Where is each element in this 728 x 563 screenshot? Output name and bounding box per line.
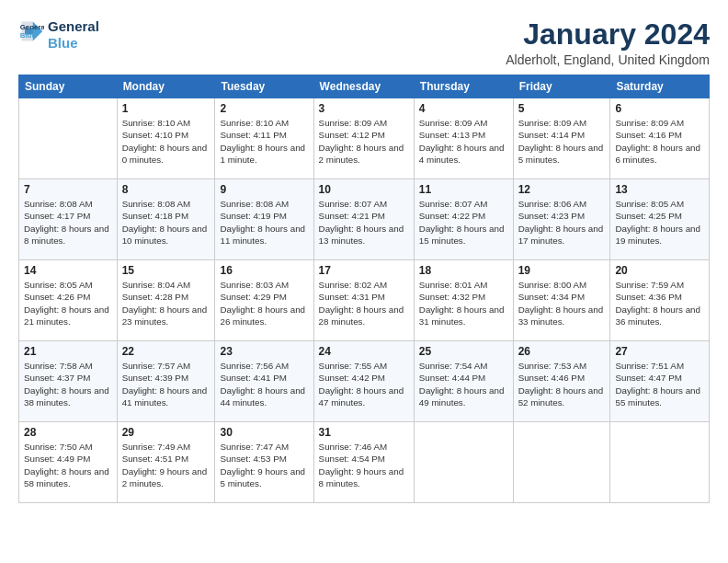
cell-sun-info: Sunrise: 8:08 AMSunset: 4:18 PMDaylight:…: [122, 198, 210, 247]
cell-date-number: 8: [122, 183, 210, 196]
cell-sun-info: Sunrise: 8:10 AMSunset: 4:11 PMDaylight:…: [220, 117, 308, 166]
calendar-week-row: 21Sunrise: 7:58 AMSunset: 4:37 PMDayligh…: [19, 341, 710, 422]
cell-date-number: 17: [319, 264, 409, 277]
calendar-cell: 18Sunrise: 8:01 AMSunset: 4:32 PMDayligh…: [414, 260, 513, 341]
cell-date-number: 25: [419, 345, 508, 358]
calendar-cell: 11Sunrise: 8:07 AMSunset: 4:22 PMDayligh…: [414, 179, 513, 260]
cell-date-number: 2: [220, 102, 308, 115]
cell-date-number: 26: [518, 345, 606, 358]
cell-sun-info: Sunrise: 7:50 AMSunset: 4:49 PMDaylight:…: [24, 441, 112, 489]
svg-text:General: General: [20, 23, 44, 31]
cell-sun-info: Sunrise: 7:59 AMSunset: 4:36 PMDaylight:…: [615, 279, 704, 327]
cell-date-number: 23: [220, 345, 308, 358]
calendar-cell: [513, 422, 610, 503]
cell-sun-info: Sunrise: 8:08 AMSunset: 4:17 PMDaylight:…: [24, 198, 112, 247]
cell-sun-info: Sunrise: 8:08 AMSunset: 4:19 PMDaylight:…: [220, 198, 308, 247]
cell-sun-info: Sunrise: 7:46 AMSunset: 4:54 PMDaylight:…: [319, 441, 409, 489]
calendar-cell: 30Sunrise: 7:47 AMSunset: 4:53 PMDayligh…: [215, 422, 313, 503]
cell-date-number: 14: [24, 264, 112, 277]
logo-general: General: [48, 18, 99, 35]
cell-sun-info: Sunrise: 8:00 AMSunset: 4:34 PMDaylight:…: [518, 279, 606, 327]
cell-date-number: 27: [615, 345, 704, 358]
cell-sun-info: Sunrise: 7:56 AMSunset: 4:41 PMDaylight:…: [220, 360, 308, 408]
cell-date-number: 19: [518, 264, 606, 277]
calendar-cell: [610, 422, 710, 503]
cell-sun-info: Sunrise: 8:01 AMSunset: 4:32 PMDaylight:…: [419, 279, 508, 327]
cell-date-number: 29: [122, 426, 210, 439]
cell-sun-info: Sunrise: 7:55 AMSunset: 4:42 PMDaylight:…: [319, 360, 409, 408]
calendar-cell: 27Sunrise: 7:51 AMSunset: 4:47 PMDayligh…: [610, 341, 710, 422]
calendar-cell: 14Sunrise: 8:05 AMSunset: 4:26 PMDayligh…: [19, 260, 118, 341]
cell-date-number: 11: [419, 183, 508, 196]
cell-sun-info: Sunrise: 7:53 AMSunset: 4:46 PMDaylight:…: [518, 360, 606, 408]
calendar-cell: 17Sunrise: 8:02 AMSunset: 4:31 PMDayligh…: [313, 260, 414, 341]
calendar-header-row: SundayMondayTuesdayWednesdayThursdayFrid…: [19, 75, 710, 98]
calendar-cell: 13Sunrise: 8:05 AMSunset: 4:25 PMDayligh…: [610, 179, 710, 260]
cell-sun-info: Sunrise: 8:03 AMSunset: 4:29 PMDaylight:…: [220, 279, 308, 327]
calendar-day-header: Saturday: [610, 75, 710, 98]
cell-sun-info: Sunrise: 8:07 AMSunset: 4:21 PMDaylight:…: [319, 198, 409, 247]
calendar-day-header: Tuesday: [215, 75, 313, 98]
cell-sun-info: Sunrise: 8:05 AMSunset: 4:26 PMDaylight:…: [24, 279, 112, 327]
calendar-week-row: 28Sunrise: 7:50 AMSunset: 4:49 PMDayligh…: [19, 422, 710, 503]
month-title: January 2024: [506, 18, 710, 51]
calendar-cell: 9Sunrise: 8:08 AMSunset: 4:19 PMDaylight…: [215, 179, 313, 260]
calendar-cell: [414, 422, 513, 503]
cell-sun-info: Sunrise: 8:02 AMSunset: 4:31 PMDaylight:…: [319, 279, 409, 327]
header: General Blue General Blue January 2024 A…: [18, 18, 710, 67]
calendar-cell: 3Sunrise: 8:09 AMSunset: 4:12 PMDaylight…: [313, 98, 414, 179]
calendar-cell: 6Sunrise: 8:09 AMSunset: 4:16 PMDaylight…: [610, 98, 710, 179]
calendar-cell: 10Sunrise: 8:07 AMSunset: 4:21 PMDayligh…: [313, 179, 414, 260]
cell-sun-info: Sunrise: 7:58 AMSunset: 4:37 PMDaylight:…: [24, 360, 112, 408]
cell-sun-info: Sunrise: 8:09 AMSunset: 4:12 PMDaylight:…: [319, 117, 409, 166]
calendar-day-header: Sunday: [19, 75, 118, 98]
cell-sun-info: Sunrise: 8:05 AMSunset: 4:25 PMDaylight:…: [615, 198, 704, 247]
cell-sun-info: Sunrise: 8:09 AMSunset: 4:14 PMDaylight:…: [518, 117, 606, 166]
calendar-cell: [19, 98, 118, 179]
calendar-cell: 28Sunrise: 7:50 AMSunset: 4:49 PMDayligh…: [19, 422, 118, 503]
cell-date-number: 28: [24, 426, 112, 439]
calendar-day-header: Monday: [117, 75, 215, 98]
calendar-cell: 22Sunrise: 7:57 AMSunset: 4:39 PMDayligh…: [117, 341, 215, 422]
calendar-cell: 19Sunrise: 8:00 AMSunset: 4:34 PMDayligh…: [513, 260, 610, 341]
cell-date-number: 9: [220, 183, 308, 196]
cell-sun-info: Sunrise: 7:47 AMSunset: 4:53 PMDaylight:…: [220, 441, 308, 489]
calendar-cell: 2Sunrise: 8:10 AMSunset: 4:11 PMDaylight…: [215, 98, 313, 179]
calendar-table: SundayMondayTuesdayWednesdayThursdayFrid…: [18, 75, 710, 503]
cell-sun-info: Sunrise: 7:51 AMSunset: 4:47 PMDaylight:…: [615, 360, 704, 408]
calendar-cell: 23Sunrise: 7:56 AMSunset: 4:41 PMDayligh…: [215, 341, 313, 422]
calendar-week-row: 1Sunrise: 8:10 AMSunset: 4:10 PMDaylight…: [19, 98, 710, 179]
calendar-day-header: Thursday: [414, 75, 513, 98]
calendar-cell: 31Sunrise: 7:46 AMSunset: 4:54 PMDayligh…: [313, 422, 414, 503]
page: General Blue General Blue January 2024 A…: [0, 0, 728, 563]
cell-date-number: 20: [615, 264, 704, 277]
cell-date-number: 22: [122, 345, 210, 358]
calendar-cell: 21Sunrise: 7:58 AMSunset: 4:37 PMDayligh…: [19, 341, 118, 422]
cell-date-number: 30: [220, 426, 308, 439]
calendar-cell: 24Sunrise: 7:55 AMSunset: 4:42 PMDayligh…: [313, 341, 414, 422]
calendar-day-header: Friday: [513, 75, 610, 98]
calendar-cell: 25Sunrise: 7:54 AMSunset: 4:44 PMDayligh…: [414, 341, 513, 422]
cell-date-number: 7: [24, 183, 112, 196]
logo-icon: General Blue: [18, 18, 44, 44]
cell-date-number: 3: [319, 102, 409, 115]
cell-sun-info: Sunrise: 8:10 AMSunset: 4:10 PMDaylight:…: [122, 117, 210, 166]
calendar-cell: 7Sunrise: 8:08 AMSunset: 4:17 PMDaylight…: [19, 179, 118, 260]
calendar-cell: 16Sunrise: 8:03 AMSunset: 4:29 PMDayligh…: [215, 260, 313, 341]
calendar-cell: 20Sunrise: 7:59 AMSunset: 4:36 PMDayligh…: [610, 260, 710, 341]
calendar-cell: 1Sunrise: 8:10 AMSunset: 4:10 PMDaylight…: [117, 98, 215, 179]
cell-sun-info: Sunrise: 8:09 AMSunset: 4:13 PMDaylight:…: [419, 117, 508, 166]
cell-date-number: 1: [122, 102, 210, 115]
cell-sun-info: Sunrise: 8:07 AMSunset: 4:22 PMDaylight:…: [419, 198, 508, 247]
calendar-week-row: 14Sunrise: 8:05 AMSunset: 4:26 PMDayligh…: [19, 260, 710, 341]
calendar-cell: 12Sunrise: 8:06 AMSunset: 4:23 PMDayligh…: [513, 179, 610, 260]
cell-sun-info: Sunrise: 7:57 AMSunset: 4:39 PMDaylight:…: [122, 360, 210, 408]
title-block: January 2024 Alderholt, England, United …: [506, 18, 710, 67]
cell-sun-info: Sunrise: 8:06 AMSunset: 4:23 PMDaylight:…: [518, 198, 606, 247]
cell-date-number: 16: [220, 264, 308, 277]
calendar-cell: 8Sunrise: 8:08 AMSunset: 4:18 PMDaylight…: [117, 179, 215, 260]
cell-date-number: 13: [615, 183, 704, 196]
svg-text:Blue: Blue: [20, 31, 37, 40]
calendar-cell: 15Sunrise: 8:04 AMSunset: 4:28 PMDayligh…: [117, 260, 215, 341]
logo: General Blue General Blue: [18, 18, 99, 52]
